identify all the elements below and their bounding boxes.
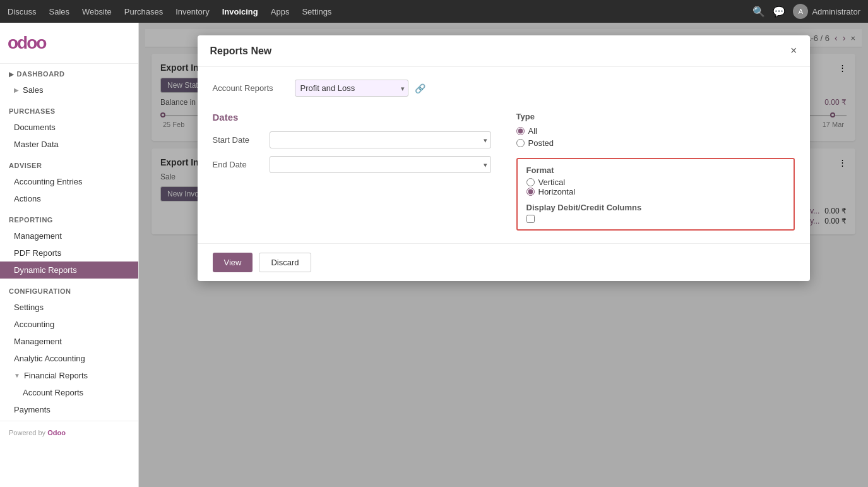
format-horizontal-row: Horizontal [526,187,785,196]
modal-left: Dates Start Date End Date [213,112,491,231]
end-date-label: End Date [213,160,263,169]
avatar: A [793,4,808,19]
sidebar-item-actions[interactable]: Actions [0,190,138,207]
account-reports-row: Account Reports Profit and Loss Balance … [213,80,795,97]
modal-title: Reports New [210,45,272,57]
admin-menu[interactable]: A Administrator [793,4,860,19]
sidebar: odoo ▶ Dashboard ▶ Sales Purchases Docum… [0,23,139,487]
nav-invoicing[interactable]: Invoicing [222,7,258,16]
type-posted-label: Posted [528,138,554,148]
sidebar-item-management[interactable]: Management [0,227,138,244]
account-reports-label: Account Reports [213,83,288,93]
nav-purchases[interactable]: Purchases [124,7,163,16]
sidebar-item-sales[interactable]: ▶ Sales [0,81,138,99]
top-nav-right: 🔍 💬 A Administrator [752,4,860,19]
dates-heading: Dates [213,112,491,123]
sidebar-group-purchases[interactable]: Purchases [0,104,138,119]
type-all-row: All [516,126,795,136]
odoo-logo-text: odoo [8,33,131,53]
format-vertical-radio[interactable] [526,178,535,186]
sidebar-item-analytic-accounting[interactable]: Analytic Accounting [0,350,138,367]
nav-inventory[interactable]: Inventory [175,7,209,16]
view-button[interactable]: View [213,253,253,272]
format-horizontal-radio[interactable] [526,188,535,196]
sidebar-item-dynamic-reports[interactable]: Dynamic Reports [0,262,138,279]
modal-columns: Dates Start Date End Date [213,112,795,231]
account-reports-select[interactable]: Profit and Loss Balance Sheet Cash Flow … [295,80,408,97]
account-reports-select-wrapper: Profit and Loss Balance Sheet Cash Flow … [295,80,408,97]
modal-overlay: Reports New × Account Reports Profit and… [139,23,868,487]
reports-new-modal: Reports New × Account Reports Profit and… [198,35,810,281]
end-date-select[interactable] [270,156,491,173]
display-debit-credit-checkbox[interactable] [526,215,535,223]
sidebar-item-config-management[interactable]: Management [0,333,138,350]
main-layout: odoo ▶ Dashboard ▶ Sales Purchases Docum… [0,23,868,487]
start-date-select[interactable] [270,131,491,148]
admin-name: Administrator [812,7,860,16]
sidebar-section-dashboard: ▶ Dashboard ▶ Sales [0,64,138,101]
end-date-select-wrapper [270,156,491,173]
type-label: Type [516,112,795,121]
display-debit-credit-section: Display Debit/Credit Columns [526,203,785,223]
sidebar-section-reporting: Reporting Management PDF Reports Dynamic… [0,210,138,281]
start-date-select-wrapper [270,131,491,148]
format-vertical-row: Vertical [526,177,785,187]
search-icon[interactable]: 🔍 [752,6,765,18]
type-field-group: Type All Posted [516,112,795,148]
sidebar-section-adviser: Adviser Accounting Entries Actions [0,155,138,210]
modal-body: Account Reports Profit and Loss Balance … [198,67,810,243]
modal-close-button[interactable]: × [790,44,797,57]
sidebar-item-account-reports[interactable]: Account Reports [0,384,138,401]
sidebar-item-payments[interactable]: Payments [0,401,138,418]
display-debit-credit-label: Display Debit/Credit Columns [526,203,785,212]
discard-button[interactable]: Discard [259,253,311,272]
nav-discuss[interactable]: Discuss [8,7,37,16]
modal-right: Type All Posted [516,112,795,231]
end-date-row: End Date [213,156,491,173]
sidebar-item-settings[interactable]: Settings [0,299,138,316]
format-label: Format [526,165,785,175]
nav-sales[interactable]: Sales [49,7,70,16]
format-section: Format Vertical Horizontal [526,165,785,196]
nav-website[interactable]: Website [82,7,112,16]
sidebar-item-accounting[interactable]: Accounting [0,316,138,333]
format-horizontal-label: Horizontal [538,187,576,196]
start-date-label: Start Date [213,135,263,145]
sidebar-item-pdf-reports[interactable]: PDF Reports [0,244,138,262]
sidebar-logo: odoo [0,23,138,64]
nav-settings[interactable]: Settings [302,7,331,16]
sidebar-item-purchases-documents[interactable]: Documents [0,119,138,136]
sidebar-group-dashboard[interactable]: ▶ Dashboard [0,66,138,81]
type-all-radio[interactable] [516,127,525,135]
type-all-label: All [528,126,537,136]
external-link-button[interactable]: 🔗 [415,83,425,93]
modal-header: Reports New × [198,35,810,67]
sidebar-item-financial-reports[interactable]: ▼ Financial Reports [0,367,138,384]
format-vertical-label: Vertical [538,177,566,187]
sidebar-powered: Powered by Odoo [0,421,138,444]
start-date-row: Start Date [213,131,491,148]
sidebar-group-adviser[interactable]: Adviser [0,158,138,173]
display-debit-credit-checkbox-row [526,215,785,223]
chat-icon[interactable]: 💬 [773,6,785,18]
modal-footer: View Discard [198,243,810,281]
sidebar-group-reporting[interactable]: Reporting [0,212,138,227]
sidebar-group-configuration[interactable]: Configuration [0,284,138,299]
sidebar-item-purchases-masterdata[interactable]: Master Data [0,136,138,153]
top-navigation: Discuss Sales Website Purchases Inventor… [0,0,868,23]
sidebar-section-configuration: Configuration Settings Accounting Manage… [0,281,138,421]
type-posted-radio[interactable] [516,139,525,147]
format-display-box: Format Vertical Horizontal [516,158,795,231]
sidebar-item-accounting-entries[interactable]: Accounting Entries [0,173,138,190]
nav-apps[interactable]: Apps [271,7,290,16]
sidebar-section-purchases: Purchases Documents Master Data [0,101,138,155]
type-posted-row: Posted [516,138,795,148]
content-area: 1-6 / 6 ‹ › × Export Invoices ⋮ New Stat… [139,23,868,487]
